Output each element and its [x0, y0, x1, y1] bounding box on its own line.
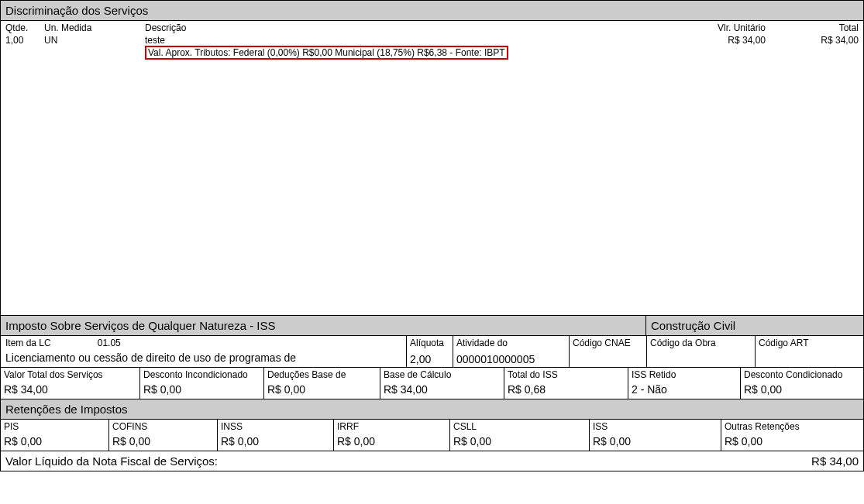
liquido-label: Valor Líquido da Nota Fiscal de Serviços…	[5, 454, 811, 468]
row-desc: teste Val. Aprox. Tributos: Federal (0,0…	[145, 35, 657, 60]
desc-cond-value: R$ 0,00	[744, 383, 860, 396]
services-row: 1,00 UN teste Val. Aprox. Tributos: Fede…	[5, 35, 859, 60]
row-qtde: 1,00	[5, 35, 44, 60]
irrf-value: R$ 0,00	[337, 435, 446, 447]
cnae-label: Código CNAE	[573, 338, 643, 348]
iss-header-left: Imposto Sobre Serviços de Qualquer Natur…	[1, 316, 646, 335]
outras-value: R$ 0,00	[725, 435, 860, 447]
col-unit: Vlr. Unitário	[657, 22, 766, 33]
ded-label: Deduções Base de	[267, 369, 377, 380]
val-desc-cond: Desconto Condicionado R$ 0,00	[741, 368, 863, 399]
atividade-label: Atividade do	[456, 338, 566, 348]
retido-value: 2 - Não	[632, 383, 737, 396]
aliquota-label: Alíquota	[410, 338, 449, 348]
atividade-value: 0000010000005	[456, 353, 566, 365]
ret-inss: INSS R$ 0,00	[218, 420, 334, 451]
val-total-iss: Total do ISS R$ 0,68	[504, 368, 628, 399]
total-iss-label: Total do ISS	[508, 369, 625, 380]
inss-label: INSS	[221, 421, 330, 432]
iss-obra: Código da Obra	[646, 336, 755, 367]
csll-value: R$ 0,00	[453, 435, 586, 447]
pis-label: PIS	[4, 421, 105, 432]
row-unit: R$ 34,00	[657, 35, 766, 60]
col-un: Un. Medida	[44, 22, 145, 33]
services-columns: Qtde. Un. Medida Descrição Vlr. Unitário…	[5, 22, 859, 33]
retido-label: ISS Retido	[632, 369, 737, 380]
val-desc-incond: Desconto Incondicionado R$ 0,00	[140, 368, 264, 399]
col-total: Total	[766, 22, 859, 33]
ret-irrf: IRRF R$ 0,00	[334, 420, 450, 451]
item-lc-desc: Licenciamento ou cessão de direito de us…	[5, 351, 401, 364]
irrf-label: IRRF	[337, 421, 446, 432]
desc-incond-value: R$ 0,00	[143, 383, 260, 396]
inss-value: R$ 0,00	[221, 435, 330, 447]
outras-label: Outras Retenções	[725, 421, 860, 432]
iss-cnae: Código CNAE	[569, 336, 646, 367]
ret-row: PIS R$ 0,00 COFINS R$ 0,00 INSS R$ 0,00 …	[0, 420, 864, 451]
services-body: Qtde. Un. Medida Descrição Vlr. Unitário…	[1, 21, 863, 315]
values-row: Valor Total dos Serviços R$ 34,00 Descon…	[0, 368, 864, 399]
desc-cond-label: Desconto Condicionado	[744, 369, 860, 380]
ret-csll: CSLL R$ 0,00	[450, 420, 590, 451]
iss-info-row: Item da LC 01.05 Licenciamento ou cessão…	[0, 336, 864, 368]
val-base: Base de Cálculo R$ 34,00	[380, 368, 504, 399]
pis-value: R$ 0,00	[4, 435, 105, 447]
base-label: Base de Cálculo	[384, 369, 501, 380]
ded-value: R$ 0,00	[267, 383, 377, 396]
ret-iss-value: R$ 0,00	[593, 435, 718, 447]
iss-atividade: Atividade do 0000010000005	[453, 336, 569, 367]
val-ded: Deduções Base de R$ 0,00	[264, 368, 380, 399]
ret-iss-label: ISS	[593, 421, 718, 432]
total-serv-value: R$ 34,00	[4, 383, 136, 396]
total-serv-label: Valor Total dos Serviços	[4, 369, 136, 380]
col-desc: Descrição	[145, 22, 657, 33]
row-un: UN	[44, 35, 145, 60]
csll-label: CSLL	[453, 421, 586, 432]
item-lc-label: Item da LC	[5, 338, 51, 348]
val-retido: ISS Retido 2 - Não	[628, 368, 741, 399]
item-lc-value: 01.05	[98, 338, 121, 348]
ret-iss: ISS R$ 0,00	[590, 420, 721, 451]
desc-incond-label: Desconto Incondicionado	[143, 369, 260, 380]
row-desc-line2-highlight: Val. Aprox. Tributos: Federal (0,00%) R$…	[145, 46, 508, 60]
liquido-row: Valor Líquido da Nota Fiscal de Serviços…	[0, 451, 864, 471]
iss-aliquota: Alíquota 2,00	[406, 336, 453, 367]
ret-cofins: COFINS R$ 0,00	[109, 420, 218, 451]
art-label: Código ART	[759, 338, 860, 348]
iss-info-left: Item da LC 01.05 Licenciamento ou cessão…	[1, 336, 406, 367]
row-desc-line1: teste	[145, 35, 657, 46]
liquido-value: R$ 34,00	[811, 454, 859, 468]
ret-pis: PIS R$ 0,00	[1, 420, 109, 451]
iss-art: Código ART	[755, 336, 863, 367]
row-total: R$ 34,00	[766, 35, 859, 60]
total-iss-value: R$ 0,68	[508, 383, 625, 396]
services-section: Discriminação dos Serviços Qtde. Un. Med…	[0, 0, 864, 316]
ret-header: Retenções de Impostos	[0, 399, 864, 420]
iss-header-right: Construção Civil	[646, 316, 863, 335]
val-total-serv: Valor Total dos Serviços R$ 34,00	[1, 368, 140, 399]
aliquota-value: 2,00	[410, 353, 449, 365]
cofins-value: R$ 0,00	[112, 435, 214, 447]
ret-outras: Outras Retenções R$ 0,00	[721, 420, 863, 451]
cofins-label: COFINS	[112, 421, 214, 432]
iss-header-row: Imposto Sobre Serviços de Qualquer Natur…	[0, 316, 864, 336]
services-header: Discriminação dos Serviços	[1, 1, 863, 21]
col-qtde: Qtde.	[5, 22, 44, 33]
obra-label: Código da Obra	[650, 338, 752, 348]
base-value: R$ 34,00	[384, 383, 501, 396]
